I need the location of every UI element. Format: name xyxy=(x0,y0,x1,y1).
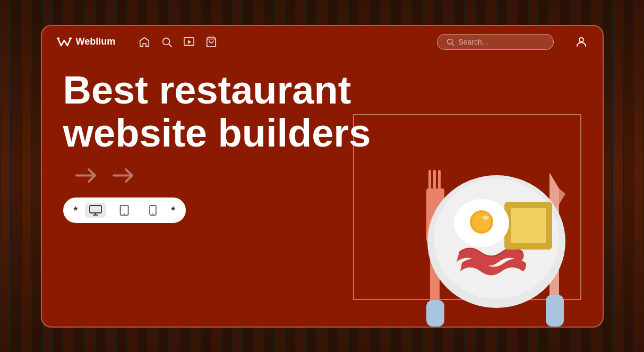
search-bar-icon xyxy=(446,38,454,46)
mobile-icon xyxy=(147,205,159,216)
curtain-line xyxy=(603,0,612,352)
navbar: Weblium xyxy=(42,26,603,58)
food-svg xyxy=(380,119,603,327)
bag-icon xyxy=(205,36,217,48)
hero-title-line2: website builders xyxy=(63,111,371,155)
home-icon xyxy=(139,36,150,48)
search-nav-button[interactable] xyxy=(161,36,173,48)
next-arrow-icon xyxy=(111,166,138,185)
play-icon xyxy=(183,36,195,48)
svg-line-6 xyxy=(452,44,454,46)
svg-rect-16 xyxy=(426,300,444,327)
svg-rect-20 xyxy=(438,170,441,194)
logo-text: Weblium xyxy=(76,36,116,47)
play-nav-button[interactable] xyxy=(183,36,195,48)
tablet-icon xyxy=(118,205,131,216)
egg xyxy=(454,199,509,247)
svg-rect-18 xyxy=(428,170,431,194)
search-bar[interactable] xyxy=(437,34,554,50)
tablet-device-button[interactable] xyxy=(114,203,135,218)
device-bar: * * xyxy=(63,198,186,223)
svg-point-14 xyxy=(152,213,153,214)
curtain-line xyxy=(613,0,623,352)
curtain-line xyxy=(22,0,31,352)
curtain-line xyxy=(1,0,10,352)
bag-nav-button[interactable] xyxy=(205,36,217,48)
next-arrow-button[interactable] xyxy=(111,166,138,185)
svg-rect-27 xyxy=(504,202,552,208)
svg-rect-22 xyxy=(546,295,564,327)
hero-title-line1: Best restaurant xyxy=(63,68,351,112)
svg-point-34 xyxy=(483,216,489,220)
user-icon xyxy=(575,36,588,48)
curtain-line xyxy=(11,0,21,352)
logo[interactable]: Weblium xyxy=(57,36,116,48)
user-account-button[interactable] xyxy=(575,36,588,48)
main-card: Weblium xyxy=(41,25,604,328)
svg-rect-30 xyxy=(546,202,552,250)
food-illustration-area xyxy=(337,114,603,327)
search-input[interactable] xyxy=(459,38,545,46)
desktop-icon xyxy=(89,205,102,216)
svg-rect-26 xyxy=(507,204,549,247)
curtain-line xyxy=(634,0,643,352)
mobile-device-button[interactable] xyxy=(142,203,164,218)
logo-icon xyxy=(57,36,72,48)
home-nav-button[interactable] xyxy=(139,36,150,48)
curtain-line xyxy=(624,0,633,352)
search-nav-icon xyxy=(161,36,173,48)
prev-arrow-button[interactable] xyxy=(74,166,100,185)
svg-point-12 xyxy=(124,213,125,214)
curtain-line xyxy=(32,0,42,352)
star-left: * xyxy=(74,204,78,217)
svg-rect-8 xyxy=(90,205,101,213)
nav-icons xyxy=(139,36,217,48)
prev-arrow-icon xyxy=(74,166,100,185)
svg-rect-28 xyxy=(504,243,552,250)
svg-point-7 xyxy=(579,38,583,42)
svg-point-33 xyxy=(472,212,491,231)
star-right: * xyxy=(171,204,175,217)
toast xyxy=(504,202,552,250)
svg-marker-3 xyxy=(188,40,191,44)
svg-line-1 xyxy=(169,44,171,47)
svg-point-5 xyxy=(447,39,452,44)
svg-rect-19 xyxy=(433,170,436,194)
desktop-device-button[interactable] xyxy=(85,203,106,218)
